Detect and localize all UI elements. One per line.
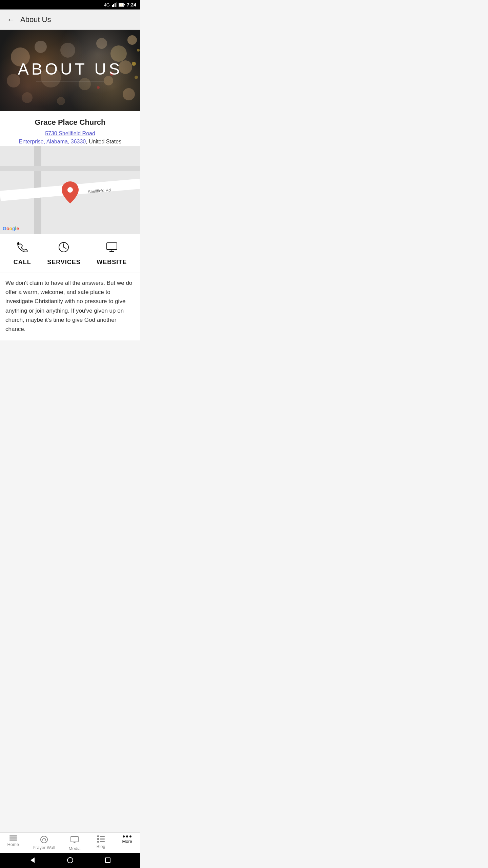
svg-text:⚡: ⚡ — [120, 3, 123, 6]
address-line2: Enterprise, Alabama, 36330 — [19, 139, 86, 144]
svg-point-32 — [67, 187, 73, 193]
hero-title: ABOUT US — [18, 60, 123, 78]
services-label: SERVICES — [47, 259, 81, 266]
svg-line-36 — [64, 247, 66, 249]
time-display: 7:24 — [127, 2, 136, 7]
svg-point-21 — [123, 88, 135, 100]
svg-point-12 — [110, 45, 127, 62]
svg-rect-1 — [113, 4, 114, 7]
action-buttons: CALL SERVICES WEBSITE — [0, 234, 140, 273]
signal-label: 4G — [104, 2, 110, 7]
svg-point-9 — [35, 41, 47, 53]
svg-rect-2 — [115, 3, 116, 7]
monitor-icon — [106, 241, 118, 256]
services-button[interactable]: SERVICES — [47, 241, 81, 266]
status-bar: 4G ⚡ 7:24 — [0, 0, 140, 9]
battery-icon: ⚡ — [119, 3, 125, 7]
svg-point-20 — [57, 97, 65, 105]
google-logo: Google — [3, 226, 19, 231]
svg-rect-37 — [107, 243, 117, 250]
svg-rect-0 — [112, 5, 113, 7]
phone-icon — [16, 241, 28, 256]
svg-rect-30 — [0, 166, 140, 171]
svg-point-25 — [137, 49, 140, 52]
description-text: We don't claim to have all the answers. … — [0, 273, 140, 340]
hero-text: ABOUT US — [18, 60, 123, 81]
svg-rect-3 — [116, 2, 117, 7]
svg-point-10 — [60, 43, 75, 58]
top-navigation: ← About Us — [0, 9, 140, 30]
website-label: WEBSITE — [97, 259, 127, 266]
svg-point-23 — [97, 86, 100, 89]
hero-underline — [36, 81, 104, 81]
website-button[interactable]: WEBSITE — [97, 241, 127, 266]
call-label: CALL — [14, 259, 31, 266]
map-visual: Shellfield Rd — [0, 146, 140, 234]
svg-point-24 — [132, 62, 136, 66]
clock-icon — [58, 241, 70, 256]
address-country: , United States — [86, 139, 121, 144]
svg-point-26 — [135, 76, 138, 79]
svg-point-11 — [96, 38, 107, 49]
church-info: Grace Place Church 5730 Shellfield Road … — [0, 111, 140, 146]
svg-point-13 — [127, 35, 137, 45]
call-button[interactable]: CALL — [14, 241, 31, 266]
church-address[interactable]: 5730 Shellfield Road Enterprise, Alabama… — [5, 130, 135, 146]
hero-banner: ABOUT US — [0, 30, 140, 111]
svg-rect-5 — [124, 4, 125, 5]
back-button[interactable]: ← — [5, 14, 16, 26]
address-line1: 5730 Shellfield Road — [45, 131, 95, 136]
signal-icon — [112, 2, 117, 7]
svg-point-19 — [22, 92, 33, 103]
church-name: Grace Place Church — [5, 118, 135, 127]
page-title: About Us — [20, 15, 51, 24]
map-container[interactable]: Shellfield Rd Google — [0, 146, 140, 234]
